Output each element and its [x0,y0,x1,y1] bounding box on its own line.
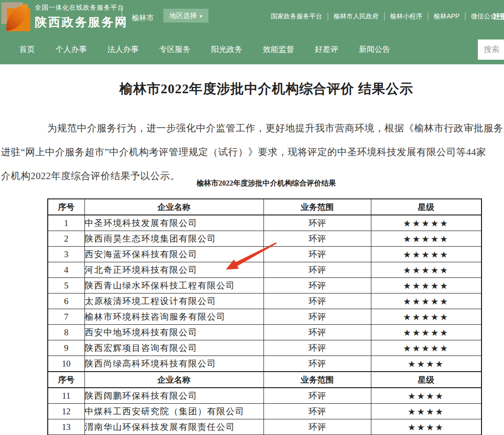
company-name-cell: 陕西阔鹏环保科技有限公司 [84,388,263,404]
table-row: 12中煤科工西安研究院（集团）有限公司环评★★★★ [48,404,482,419]
table-header-row: 序号企业名称业务范围星级 [48,372,482,388]
region-select-label: 地区选择 [169,11,197,19]
row-number-cell: 11 [48,388,84,404]
platform-label: 全国一体化在线政务服务平台 [35,4,128,12]
column-header: 业务范围 [263,372,371,388]
table-row: 2陕西雨昊生态环境集团有限公司环评★★★★★ [48,231,482,247]
row-number-cell: 6 [48,294,84,309]
column-header: 企业名称 [84,372,263,388]
site-logo[interactable] [1,2,30,31]
brand-block: 全国一体化在线政务服务平台 陕西政务服务网 [35,4,128,30]
company-name-cell: 中圣环境科技发展有限公司 [84,215,263,231]
row-number-cell: 10 [48,356,84,372]
star-rating-cell: ★★★★★ [371,278,482,294]
company-name-cell: 中煤科工西安研究院（集团）有限公司 [84,404,263,419]
company-name-cell: 河北奇正环境科技有限公司 [84,262,263,278]
company-name-cell: 陕西雨昊生态环境集团有限公司 [84,231,263,247]
company-name-cell: 西安海蓝环保科技有限公司 [84,247,263,262]
star-rating-cell: ★★★★★ [371,340,482,356]
column-header: 企业名称 [84,199,263,215]
table-row: 8西安中地环境科技有限公司环评★★★★★ [48,325,482,340]
top-links: 国家政务服务平台 榆林市人民政府 榆林小程序 榆林APP 微信公众号 [265,12,504,21]
site-name: 陕西政务服务网 [35,14,128,30]
column-header: 星级 [371,199,482,215]
business-scope-cell: 环评 [263,262,371,278]
table-row: 1中圣环境科技发展有限公司环评★★★★★ [48,215,482,231]
row-number-cell: 4 [48,262,84,278]
top-link-app[interactable]: 榆林APP [428,12,465,21]
star-rating-cell: ★★★★★ [371,247,482,262]
nav-item-home[interactable]: 首页 [19,44,35,55]
row-number-cell: 12 [48,404,84,419]
company-name-cell: 陕西尚绿高科环境科技有限公司 [84,356,263,372]
site-header: 全国一体化在线政务服务平台 陕西政务服务网 榆林市 地区选择▾ 国家政务服务平台… [0,0,504,64]
star-rating-cell: ★★★★ [371,388,482,404]
business-scope-cell: 环评 [263,294,371,309]
nav-item-rating[interactable]: 好差评 [315,44,338,55]
page: 全国一体化在线政务服务平台 陕西政务服务网 榆林市 地区选择▾ 国家政务服务平台… [0,0,504,435]
star-rating-cell: ★★★★ [371,419,482,435]
business-scope-cell: 环评 [263,278,371,294]
nav-item-legal-person[interactable]: 法人办事 [107,44,139,55]
star-rating-cell: ★★★★ [371,356,482,372]
top-link-national-platform[interactable]: 国家政务服务平台 [265,12,328,21]
star-rating-cell: ★★★★★ [371,294,482,309]
nav-item-open-gov[interactable]: 阳光政务 [211,44,242,55]
column-header: 序号 [48,199,84,215]
search-input[interactable] [478,40,504,60]
main-nav: 首页 个人办事 法人办事 专区服务 阳光政务 效能监督 好差评 新闻公告 [0,34,504,64]
nav-item-personal[interactable]: 个人办事 [56,44,87,55]
paragraph-line: 进驻“网上中介服务超市”中介机构考评管理规定（试行）》要求，现将评定的中圣环境科… [1,140,504,164]
top-link-city-government[interactable]: 榆林市人民政府 [328,12,384,21]
table-row: 11陕西阔鹏环保科技有限公司环评★★★★ [48,388,482,404]
business-scope-cell: 环评 [263,247,371,262]
results-table-body: 序号企业名称业务范围星级1中圣环境科技发展有限公司环评★★★★★2陕西雨昊生态环… [48,199,482,435]
table-row: 13渭南华山环保科技发展有限责任公司环评★★★★ [48,419,482,435]
row-number-cell: 9 [48,340,84,356]
business-scope-cell: 环评 [263,231,371,247]
column-header: 序号 [48,372,84,388]
company-name-cell: 西安中地环境科技有限公司 [84,325,263,340]
table-row: 10陕西尚绿高科环境科技有限公司环评★★★★ [48,356,482,372]
business-scope-cell: 环评 [263,356,371,372]
star-rating-cell: ★★★★ [371,404,482,419]
company-name-cell: 榆林市环境科技咨询服务有限公司 [84,309,263,325]
business-scope-cell: 环评 [263,388,371,404]
table-caption: 榆林市2022年度涉批中介机构综合评价结果 [0,179,504,188]
nav-item-news[interactable]: 新闻公告 [359,44,390,55]
column-header: 星级 [371,372,482,388]
star-rating-cell: ★★★★★ [371,309,482,325]
company-name-cell: 太原核清环境工程设计有限公司 [84,294,263,309]
business-scope-cell: 环评 [263,419,371,435]
results-table: 序号企业名称业务范围星级1中圣环境科技发展有限公司环评★★★★★2陕西雨昊生态环… [47,198,482,435]
table-row: 3西安海蓝环保科技有限公司环评★★★★★ [48,247,482,262]
register-link[interactable]: 注册 [493,12,504,21]
table-row: 4河北奇正环境科技有限公司环评★★★★★ [48,262,482,278]
chevron-down-icon: ▾ [200,13,202,19]
table-header-row: 序号企业名称业务范围星级 [48,199,482,215]
region-select-button[interactable]: 地区选择▾ [163,9,208,23]
row-number-cell: 1 [48,215,84,231]
column-header: 业务范围 [263,199,371,215]
business-scope-cell: 环评 [263,325,371,340]
business-scope-cell: 环评 [263,215,371,231]
nav-item-special-zone[interactable]: 专区服务 [159,44,190,55]
row-number-cell: 2 [48,231,84,247]
company-name-cell: 陕西青山绿水环保科技工程有限公司 [84,278,263,294]
star-rating-cell: ★★★★★ [371,231,482,247]
top-link-mini-program[interactable]: 榆林小程序 [384,12,428,21]
announcement-document: 榆林市2022年度涉批中介机构综合评价 结果公示 为规范中介服务行为，进一步强化… [0,64,504,435]
business-scope-cell: 环评 [263,309,371,325]
company-name-cell: 陕西宏辉项目咨询有限公司 [84,340,263,356]
row-number-cell: 8 [48,325,84,340]
star-rating-cell: ★★★★★ [371,325,482,340]
row-number-cell: 3 [48,247,84,262]
table-row: 7榆林市环境科技咨询服务有限公司环评★★★★★ [48,309,482,325]
paragraph-line: 为规范中介服务行为，进一步强化中介监管工作，更好地提升我市营商环境，根据《榆林市… [1,116,504,140]
current-city-label: 榆林市 [132,13,154,23]
row-number-cell: 5 [48,278,84,294]
table-row: 5陕西青山绿水环保科技工程有限公司环评★★★★★ [48,278,482,294]
business-scope-cell: 环评 [263,340,371,356]
row-number-cell: 7 [48,309,84,325]
nav-item-supervision[interactable]: 效能监督 [263,44,294,55]
